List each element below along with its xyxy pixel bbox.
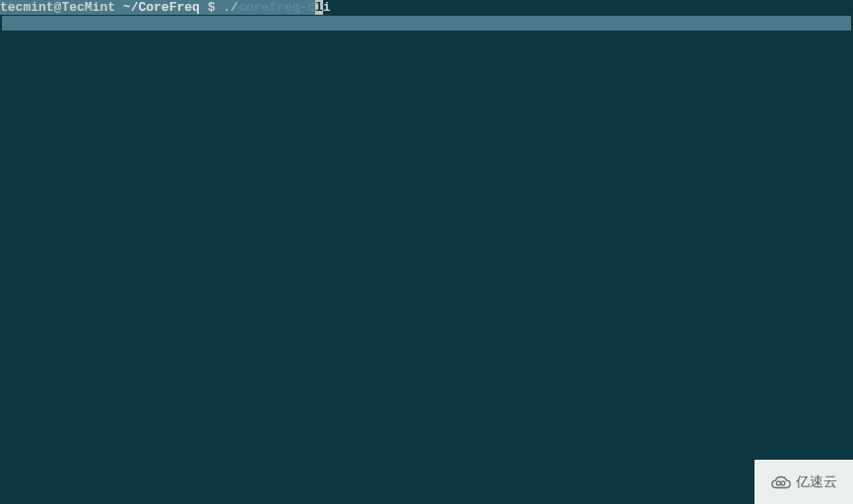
command-after-cursor: i <box>323 0 331 15</box>
terminal-cursor: l <box>315 0 323 15</box>
highlighted-line <box>2 16 851 31</box>
terminal-window[interactable]: tecmint@TecMint ~/CoreFreq $ ./corefreq-… <box>0 0 853 504</box>
command-typed: ./ <box>223 0 238 15</box>
command-autocomplete: corefreq-c <box>238 0 315 15</box>
watermark-text: 亿速云 <box>796 473 837 491</box>
svg-point-0 <box>776 480 780 484</box>
prompt-line[interactable]: tecmint@TecMint ~/CoreFreq $ ./corefreq-… <box>0 0 853 16</box>
watermark-badge: 亿速云 <box>755 460 853 504</box>
svg-point-1 <box>781 480 785 484</box>
cloud-icon <box>770 474 792 490</box>
prompt-user-host: tecmint@TecMint <box>0 0 115 15</box>
prompt-path: ~/CoreFreq <box>123 0 200 15</box>
